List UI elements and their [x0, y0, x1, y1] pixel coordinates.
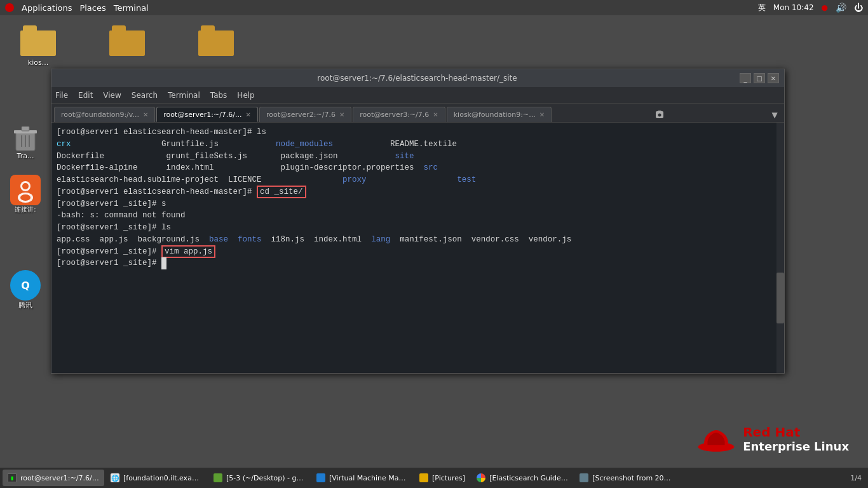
app-icon-connector[interactable]: 连接讲: — [6, 175, 44, 214]
places-menu[interactable]: Places — [79, 3, 105, 13]
taskbar: ▮ root@server1:~/7.6/el... 🌐 [foundation… — [0, 468, 868, 488]
close-button[interactable]: ✕ — [768, 73, 779, 83]
recording-indicator: ● — [822, 3, 828, 12]
term-line-12: [root@server1 _site]# — [57, 257, 779, 269]
tab-kiosk[interactable]: kiosk@foundation9:~... ✕ — [447, 107, 552, 122]
redhat-text: Red Hat Enterprise Linux — [743, 424, 849, 454]
taskbar-label-editor: [5-3 (~/Desktop) - ged... — [226, 474, 305, 482]
taskbar-pictures-icon — [419, 473, 428, 482]
scrollbar-thumb[interactable] — [776, 273, 784, 323]
terminal-cursor — [161, 257, 166, 269]
taskbar-item-pictures[interactable]: [Pictures] — [414, 470, 470, 486]
trash-label: Tra... — [17, 152, 34, 160]
tab-server2[interactable]: root@server2:~/7.6 ✕ — [259, 107, 351, 122]
svg-point-12 — [658, 114, 661, 117]
connector-label: 连接讲: — [15, 205, 36, 214]
terminal-content[interactable]: [root@server1 elasticsearch-head-master]… — [51, 123, 784, 373]
top-bar-right: 英 Mon 10:42 ● 🔊 ⏻ — [758, 3, 863, 13]
clock: Mon 10:42 — [773, 3, 814, 12]
term-line-3: Dockerfile grunt_fileSets.js package.jso… — [57, 151, 779, 163]
term-line-9: [root@server1 _site]# ls — [57, 222, 779, 234]
top-bar-left: Applications Places Terminal — [5, 3, 758, 13]
tab-close-5[interactable]: ✕ — [539, 111, 545, 118]
term-line-2: crx Gruntfile.js node_modules README.tex… — [57, 139, 779, 151]
tab-close-2[interactable]: ✕ — [246, 111, 251, 118]
redhat-hat-icon — [697, 421, 735, 456]
menu-file[interactable]: File — [55, 91, 68, 100]
term-line-6: [root@server1 elasticsearch-head-master]… — [57, 186, 779, 198]
desktop-icon-folder1[interactable]: kios... — [13, 25, 64, 67]
terminal-menubar: File Edit View Search Terminal Tabs Help — [51, 87, 784, 104]
volume-icon[interactable]: 🔊 — [836, 3, 846, 13]
trash-icon-container[interactable]: Tra... — [6, 124, 44, 160]
menu-view[interactable]: View — [103, 91, 121, 100]
tencent-icon: Q — [10, 270, 41, 301]
tab-label: kiosk@foundation9:~... — [454, 111, 536, 119]
taskbar-label-pictures: [Pictures] — [432, 474, 465, 482]
tab-server1[interactable]: root@server1:~/7.6/... ✕ — [156, 107, 258, 122]
tencent-label: 腾讯 — [18, 301, 32, 310]
svg-point-8 — [22, 183, 29, 189]
term-line-8: -bash: s: command not found — [57, 210, 779, 222]
menu-search[interactable]: Search — [132, 91, 158, 100]
term-line-1: [root@server1 elasticsearch-head-master]… — [57, 126, 779, 139]
tab-close-3[interactable]: ✕ — [339, 111, 344, 118]
taskbar-vm-icon — [316, 473, 325, 482]
taskbar-label-terminal: root@server1:~/7.6/el... — [20, 474, 99, 482]
applications-menu[interactable]: Applications — [22, 3, 72, 13]
taskbar-label-chrome: [Elasticsearch Guide [7... — [489, 474, 568, 482]
tab-label: root@server2:~/7.6 — [266, 111, 336, 119]
taskbar-item-browser1[interactable]: 🌐 [foundation0.ilt.exampl... — [105, 470, 207, 486]
tab-close-1[interactable]: ✕ — [143, 111, 148, 118]
term-line-11: [root@server1 _site]# vim app.js — [57, 246, 779, 258]
folder-image — [20, 25, 56, 56]
power-icon[interactable]: ⏻ — [854, 3, 863, 13]
taskbar-item-terminal[interactable]: ▮ root@server1:~/7.6/el... — [3, 470, 104, 486]
taskbar-editor-icon — [214, 473, 222, 482]
lang-indicator: 英 — [758, 3, 766, 13]
folder-label-1: kios... — [28, 58, 48, 67]
tab-label: root@server1:~/7.6/... — [163, 111, 241, 119]
taskbar-item-screenshot[interactable]: [Screenshot from 202... — [574, 470, 676, 486]
highlight-vim-command: vim app.js — [161, 245, 215, 258]
tab-foundation9[interactable]: root@foundation9:/v... ✕ — [54, 107, 155, 122]
desktop-icon-folder2[interactable] — [102, 25, 153, 58]
terminal-scrollbar[interactable] — [776, 123, 784, 373]
redhat-logo: Red Hat Enterprise Linux — [697, 421, 849, 456]
menu-edit[interactable]: Edit — [78, 91, 93, 100]
trash-icon — [13, 124, 38, 152]
taskbar-screenshot-icon — [580, 473, 588, 482]
terminal-tabs: root@foundation9:/v... ✕ root@server1:~/… — [51, 104, 784, 123]
terminal-titlebar: root@server1:~/7.6/elasticsearch-head-ma… — [51, 69, 784, 87]
tab-dropdown-button[interactable]: ▼ — [768, 108, 782, 122]
terminal-window: root@server1:~/7.6/elasticsearch-head-ma… — [51, 69, 785, 374]
taskbar-item-chrome[interactable]: [Elasticsearch Guide [7... — [471, 470, 573, 486]
tab-camera-button[interactable] — [653, 108, 667, 122]
taskbar-item-vm[interactable]: [Virtual Machine Manag... — [311, 470, 413, 486]
tab-label: root@foundation9:/v... — [61, 111, 139, 119]
menu-terminal[interactable]: Terminal — [168, 91, 200, 100]
taskbar-label-browser1: [foundation0.ilt.exampl... — [123, 474, 202, 482]
taskbar-item-editor[interactable]: [5-3 (~/Desktop) - ged... — [208, 470, 310, 486]
svg-text:Q: Q — [21, 280, 30, 292]
svg-rect-2 — [22, 126, 29, 131]
term-line-10: app.css app.js background.js base fonts … — [57, 234, 779, 246]
taskbar-terminal-icon: ▮ — [8, 473, 17, 482]
redhat-line2: Enterprise Linux — [743, 440, 849, 454]
term-line-5: elasticsearch-head.sublime-project LICEN… — [57, 174, 779, 186]
window-controls: _ □ ✕ — [740, 73, 779, 83]
minimize-button[interactable]: _ — [740, 73, 751, 83]
terminal-menu[interactable]: Terminal — [114, 3, 149, 13]
tab-label: root@server3:~/7.6 — [360, 111, 429, 119]
tab-server3[interactable]: root@server3:~/7.6 ✕ — [353, 107, 445, 122]
app-icon-tencent[interactable]: Q 腾讯 — [6, 270, 44, 310]
maximize-button[interactable]: □ — [754, 73, 765, 83]
taskbar-chrome-icon — [477, 473, 485, 482]
svg-point-9 — [20, 194, 31, 201]
terminal-title: root@server1:~/7.6/elasticsearch-head-ma… — [95, 74, 740, 83]
highlight-cd-command: cd _site/ — [257, 186, 306, 198]
desktop-icon-folder3[interactable] — [191, 25, 241, 58]
menu-tabs[interactable]: Tabs — [210, 91, 227, 100]
menu-help[interactable]: Help — [237, 91, 254, 100]
tab-close-4[interactable]: ✕ — [433, 111, 438, 118]
